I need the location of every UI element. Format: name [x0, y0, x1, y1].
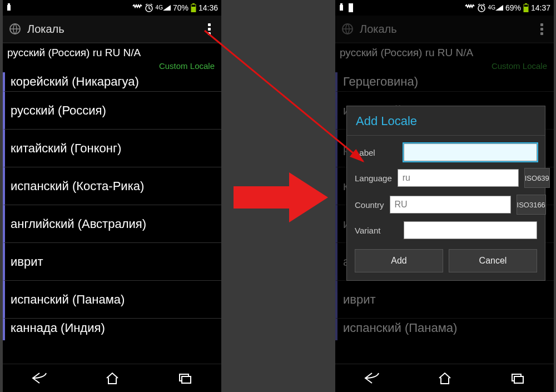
list-item[interactable]: испанский (Коста-Рика) — [3, 167, 221, 205]
alarm-icon — [145, 3, 153, 12]
nav-bar — [335, 364, 554, 392]
country-input[interactable] — [390, 196, 511, 214]
left-screenshot: 4G 70% 14:36 Локаль русский (Россия) ru … — [3, 0, 221, 392]
right-screenshot: 4G 69% 14:37 Локаль русский (Россия) ru … — [335, 0, 554, 392]
add-locale-dialog: Add Locale Label Language ISO639 Country… — [346, 106, 545, 281]
list-item[interactable]: иврит — [3, 242, 221, 280]
svg-rect-8 — [182, 376, 191, 383]
status-bar: 4G 70% 14:36 — [3, 0, 221, 16]
custom-locale-link[interactable]: Custom Locale — [335, 60, 554, 73]
language-label: Language — [355, 173, 392, 183]
annotation-arrow-block — [234, 172, 328, 222]
iso639-button[interactable]: ISO639 — [524, 168, 550, 188]
action-bar: Локаль — [3, 16, 221, 43]
battery-icon — [191, 3, 196, 12]
recent-apps-button[interactable] — [175, 368, 195, 388]
list-item[interactable]: русский (Россия) — [3, 91, 221, 129]
list-item[interactable]: иврит — [335, 280, 554, 318]
label-label: Label — [355, 148, 398, 157]
list-item[interactable]: Герцеговина) — [335, 72, 554, 91]
svg-rect-17 — [514, 376, 523, 383]
globe-icon — [8, 22, 22, 36]
home-button[interactable] — [435, 368, 455, 388]
variant-label: Variant — [355, 226, 398, 235]
usb-icon — [6, 3, 12, 12]
add-button[interactable]: Add — [355, 249, 443, 272]
recent-apps-button[interactable] — [508, 368, 528, 388]
list-item[interactable]: испанский (Панама) — [3, 280, 221, 318]
svg-rect-1 — [7, 5, 11, 11]
battery-percent: 70% — [173, 3, 188, 12]
list-item[interactable]: испанский (Панама) — [335, 318, 554, 340]
variant-input[interactable] — [404, 221, 537, 239]
cancel-button[interactable]: Cancel — [449, 249, 537, 272]
status-bar: 4G 69% 14:37 — [335, 0, 554, 16]
iso3166-button[interactable]: ISO3166 — [517, 195, 546, 215]
svg-rect-0 — [8, 3, 10, 5]
current-locale: русский (Россия) ru RU N/A — [3, 43, 221, 60]
alarm-icon — [477, 3, 486, 12]
nav-bar — [3, 364, 221, 392]
overflow-menu-button[interactable] — [202, 23, 216, 35]
page-title: Локаль — [360, 23, 535, 36]
battery-icon — [523, 3, 529, 12]
vibrate-icon — [132, 4, 142, 12]
clock: 14:36 — [198, 3, 218, 12]
clock: 14:37 — [531, 3, 550, 12]
usb-icon — [339, 3, 344, 12]
page-title: Локаль — [27, 23, 202, 36]
list-item[interactable]: китайский (Гонконг) — [3, 129, 221, 167]
list-item[interactable]: каннада (Индия) — [3, 318, 221, 340]
back-button[interactable] — [362, 368, 382, 388]
country-label: Country — [355, 200, 384, 210]
home-button[interactable] — [102, 368, 122, 388]
sd-icon — [348, 3, 354, 12]
svg-rect-9 — [340, 3, 342, 5]
back-button[interactable] — [29, 368, 49, 388]
action-bar: Локаль — [335, 16, 554, 43]
list-item[interactable]: корейский (Никарагуа) — [3, 72, 221, 91]
label-input[interactable] — [404, 143, 537, 161]
vibrate-icon — [465, 4, 475, 12]
overflow-menu-button[interactable] — [535, 23, 548, 35]
custom-locale-link[interactable]: Custom Locale — [3, 60, 221, 73]
list-item[interactable]: английский (Австралия) — [3, 205, 221, 242]
svg-rect-10 — [340, 5, 343, 11]
battery-percent: 69% — [505, 3, 521, 12]
network-icon: 4G — [156, 5, 171, 11]
svg-rect-5 — [191, 7, 196, 12]
locale-list[interactable]: корейский (Никарагуа) русский (Россия) к… — [3, 72, 221, 364]
globe-icon — [341, 22, 354, 36]
language-input[interactable] — [398, 169, 519, 187]
current-locale: русский (Россия) ru RU N/A — [335, 43, 554, 60]
network-icon: 4G — [488, 5, 503, 11]
svg-rect-14 — [524, 7, 528, 12]
dialog-title: Add Locale — [347, 106, 545, 135]
